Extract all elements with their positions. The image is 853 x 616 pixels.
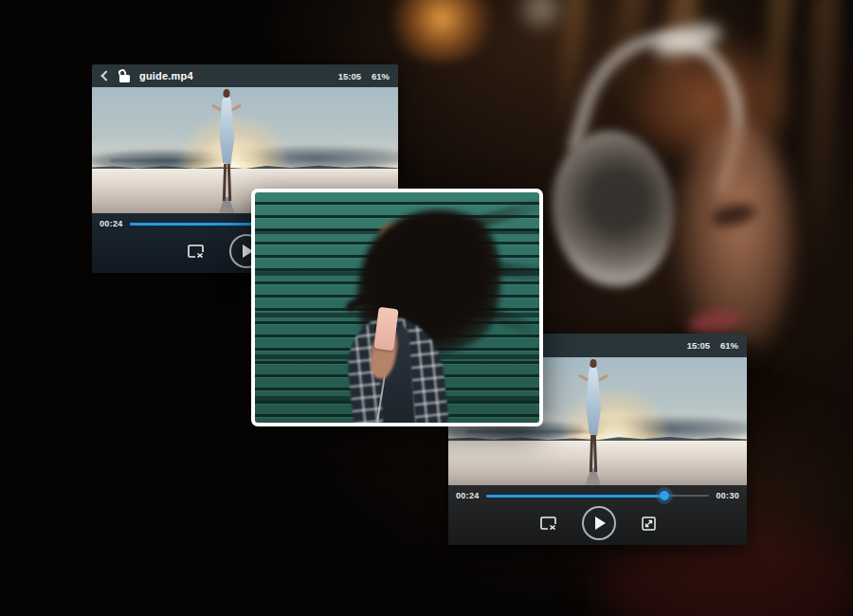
popup-close-icon[interactable] — [540, 516, 556, 530]
popup-close-icon[interactable] — [188, 245, 204, 258]
play-icon — [595, 516, 606, 530]
status-battery: 61% — [372, 71, 390, 82]
status-battery: 61% — [720, 340, 738, 351]
video-title: guide.mp4 — [139, 70, 193, 82]
time-total: 00:30 — [716, 491, 739, 500]
photo-card — [251, 189, 543, 426]
player-controls: 00:24 00:30 — [448, 485, 747, 545]
photo-woman-hairflip — [255, 192, 539, 423]
promo-canvas: guide.mp4 15:05 61% 00:24 — [0, 0, 853, 616]
video-walking-woman — [214, 89, 239, 211]
playback-buttons — [448, 503, 747, 543]
unlock-icon[interactable] — [118, 69, 131, 82]
status-clock: 15:05 — [687, 340, 710, 351]
play-button[interactable] — [582, 506, 616, 540]
progress-row: 00:24 00:30 — [448, 488, 747, 503]
time-current: 00:24 — [100, 219, 123, 228]
seek-bar[interactable] — [486, 495, 710, 497]
status-clock: 15:05 — [338, 71, 361, 82]
fullscreen-icon[interactable] — [642, 516, 656, 531]
player-header: guide.mp4 15:05 61% — [92, 64, 398, 87]
back-icon[interactable] — [100, 71, 110, 81]
bg-light-streak — [803, 0, 841, 263]
seek-thumb-icon[interactable] — [660, 491, 669, 500]
video-walking-woman — [581, 359, 606, 483]
bokeh-light-icon — [387, 0, 497, 63]
time-current: 00:24 — [456, 491, 480, 500]
